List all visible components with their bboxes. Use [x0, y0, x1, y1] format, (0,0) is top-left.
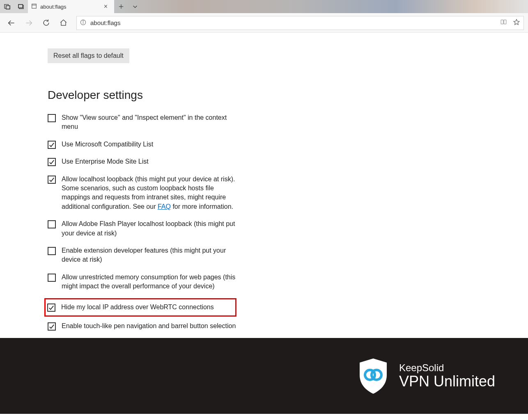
flag-checkbox[interactable]: [48, 220, 56, 228]
flag-option: Enable touch-like pen navigation and bar…: [48, 321, 236, 331]
flag-label: Enable extension developer features (thi…: [62, 246, 236, 265]
forward-button[interactable]: [21, 16, 36, 30]
site-info-icon[interactable]: [80, 19, 86, 27]
tabs-preview-icon[interactable]: [14, 0, 28, 13]
set-tabs-aside-icon[interactable]: [0, 0, 14, 13]
flag-option: Show "View source" and "Inspect element"…: [48, 112, 236, 132]
reset-flags-button[interactable]: Reset all flags to default: [48, 48, 129, 63]
flag-option: Enable extension developer features (thi…: [48, 245, 236, 265]
back-button[interactable]: [4, 16, 19, 30]
flag-checkbox[interactable]: [48, 322, 56, 331]
flag-label: Hide my local IP address over WebRTC con…: [61, 303, 214, 312]
branding-text: KeepSolid VPN Unlimited: [399, 363, 495, 390]
brand-name-bottom: VPN Unlimited: [399, 373, 495, 390]
developer-settings-heading: Developer settings: [48, 89, 528, 102]
svg-rect-4: [18, 4, 22, 7]
flag-label: Use Enterprise Mode Site List: [62, 157, 149, 166]
flag-label: Allow Adobe Flash Player localhost loopb…: [62, 219, 236, 238]
developer-settings-list: Show "View source" and "Inspect element"…: [48, 112, 236, 331]
flag-option: Use Microsoft Compatibility List: [48, 139, 236, 150]
branding-footer: KeepSolid VPN Unlimited: [0, 338, 528, 414]
svg-rect-6: [32, 4, 37, 8]
flag-option: Hide my local IP address over WebRTC con…: [44, 298, 236, 316]
favorite-icon[interactable]: [513, 18, 520, 27]
flag-label: Use Microsoft Compatibility List: [62, 140, 153, 149]
refresh-button[interactable]: [39, 16, 53, 30]
browser-tab[interactable]: about:flags ×: [28, 0, 114, 13]
flag-option: Use Enterprise Mode Site List: [48, 156, 236, 167]
home-button[interactable]: [56, 16, 71, 30]
flags-page-content: Reset all flags to default Developer set…: [0, 33, 528, 331]
reading-view-icon[interactable]: [500, 18, 507, 27]
vpn-shield-logo: [357, 358, 389, 395]
address-bar[interactable]: about:flags: [76, 16, 524, 30]
tab-title: about:flags: [40, 4, 67, 10]
titlebar-tab-actions: [114, 0, 142, 13]
flag-label: Enable touch-like pen navigation and bar…: [62, 322, 236, 331]
flag-option: Allow unrestricted memory consumption fo…: [48, 272, 236, 292]
flag-checkbox[interactable]: [48, 114, 56, 122]
svg-point-14: [83, 21, 83, 21]
address-bar-url: about:flags: [90, 19, 496, 26]
browser-toolbar: about:flags: [0, 13, 528, 33]
page-icon: [31, 3, 37, 10]
brand-name-top: KeepSolid: [399, 363, 495, 373]
flag-checkbox[interactable]: [48, 274, 56, 282]
svg-rect-1: [6, 5, 9, 9]
tab-close-button[interactable]: ×: [101, 3, 110, 10]
titlebar-left-controls: [0, 0, 28, 13]
flag-label: Allow localhost loopback (this might put…: [62, 175, 236, 212]
flag-option: Allow Adobe Flash Player localhost loopb…: [48, 219, 236, 239]
flag-label: Allow unrestricted memory consumption fo…: [62, 273, 236, 291]
flag-checkbox[interactable]: [48, 247, 56, 255]
tab-actions-dropdown[interactable]: [128, 0, 142, 13]
flag-option: Allow localhost loopback (this might put…: [48, 174, 236, 212]
flag-checkbox[interactable]: [47, 304, 55, 312]
flag-checkbox[interactable]: [48, 141, 56, 149]
svg-marker-15: [514, 19, 519, 25]
flag-label: Show "View source" and "Inspect element"…: [62, 113, 236, 132]
new-tab-button[interactable]: [114, 0, 128, 13]
flag-checkbox[interactable]: [48, 158, 56, 166]
faq-link[interactable]: FAQ: [158, 203, 171, 210]
window-titlebar: about:flags ×: [0, 0, 528, 13]
flag-checkbox[interactable]: [48, 176, 56, 184]
